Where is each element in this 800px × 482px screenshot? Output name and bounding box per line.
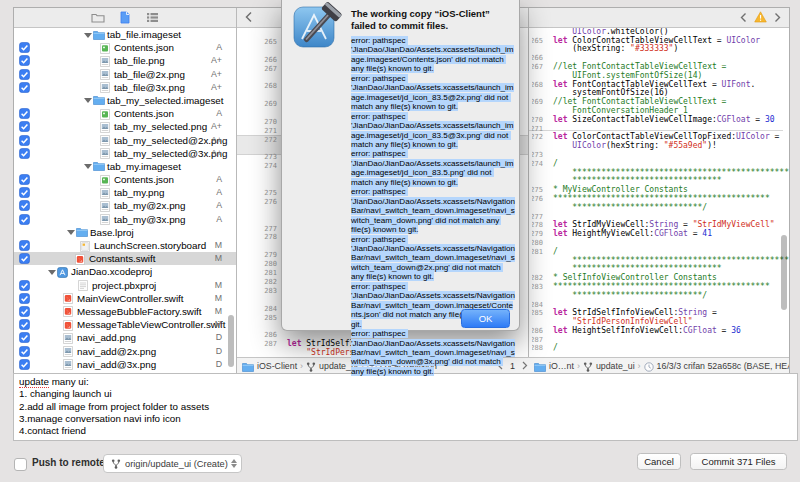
code-line: ***************************/ (529, 204, 789, 213)
file-row[interactable]: navi_add@3x.pngD (14, 358, 236, 371)
file-checkbox[interactable] (19, 214, 30, 225)
list-view-icon[interactable] (145, 11, 159, 24)
png-file-icon (63, 333, 74, 343)
file-name: tab_my@2x.png (114, 199, 186, 212)
file-checkbox[interactable] (19, 306, 30, 317)
disclosure-triangle-icon[interactable] (84, 164, 92, 169)
file-row[interactable]: tab_my@3x.pngA (14, 213, 236, 226)
file-row[interactable]: Contents.jsonA (14, 41, 236, 54)
disclosure-triangle-icon[interactable] (48, 270, 56, 275)
code-line: 287 (529, 336, 789, 345)
code-line: ***************************/ (529, 292, 789, 301)
folder-row[interactable]: tab_my.imageset (14, 160, 236, 173)
file-tree[interactable]: tab_file.imagesetContents.jsonAtab_file.… (14, 28, 236, 374)
file-checkbox[interactable] (19, 359, 30, 370)
breadcrumb-item[interactable]: iO…nt (549, 361, 574, 371)
line-number: 279 (532, 230, 543, 239)
breadcrumb-separator: › (300, 361, 303, 371)
editor-scrollbar[interactable] (781, 235, 787, 310)
line-number: 287 (532, 336, 543, 345)
breadcrumb-item[interactable]: iOS-Client (257, 361, 297, 371)
folder-icon (534, 362, 546, 372)
line-number: 271 (532, 125, 543, 134)
line-number: 281 (532, 248, 543, 257)
folder-row[interactable]: tab_my_selected.imageset (14, 94, 236, 107)
disclosure-triangle-icon[interactable] (67, 230, 75, 235)
file-row[interactable]: navi_add@2x.pngD (14, 345, 236, 358)
file-row[interactable]: tab_my_selected.pngA+ (14, 120, 236, 133)
remote-branch-select[interactable]: origin/update_ui (Create) (103, 454, 242, 473)
pager-next-icon[interactable] (522, 361, 528, 372)
swift-file-icon (75, 254, 86, 264)
file-row[interactable]: tab_my_selected@2x.pngA+ (14, 134, 236, 147)
file-checkbox[interactable] (19, 135, 30, 146)
file-checkbox[interactable] (19, 280, 30, 291)
prev-issue-chevron-icon[interactable] (739, 9, 747, 27)
commit-files-button[interactable]: Commit 371 Files (690, 453, 787, 470)
file-checkbox[interactable] (19, 69, 30, 80)
ok-button[interactable]: OK (461, 309, 510, 328)
line-number: 282 (237, 278, 277, 287)
breadcrumb-item[interactable]: 16/3/3 crifan 52a658c (BASE, HEAD) (657, 361, 789, 371)
file-checkbox[interactable] (19, 293, 30, 304)
commit-message-input[interactable]: update many ui:1. changing launch ui2.ad… (13, 373, 798, 441)
file-checkbox[interactable] (19, 174, 30, 185)
file-checkbox[interactable] (19, 187, 30, 198)
disclosure-triangle-icon[interactable] (84, 33, 92, 38)
file-checkbox[interactable] (19, 332, 30, 343)
file-checkbox[interactable] (19, 346, 30, 357)
push-to-remote-checkbox[interactable] (14, 458, 27, 471)
file-checkbox[interactable] (19, 319, 30, 330)
file-checkbox[interactable] (19, 253, 30, 264)
file-row[interactable]: project.pbxprojM (14, 279, 236, 292)
file-checkbox[interactable] (19, 121, 30, 132)
file-checkbox[interactable] (19, 55, 30, 66)
folder-row[interactable]: Base.lproj (14, 226, 236, 239)
file-row[interactable]: MainViewController.swiftM (14, 292, 236, 305)
file-row[interactable]: tab_my.pngA (14, 186, 236, 199)
disclosure-triangle-icon[interactable] (84, 98, 92, 103)
file-status-badge: A (216, 199, 222, 212)
file-checkbox[interactable] (19, 200, 30, 211)
folder-row[interactable]: tab_file.imageset (14, 28, 236, 41)
file-checkbox[interactable] (19, 108, 30, 119)
json-file-icon (100, 175, 111, 185)
file-row[interactable]: tab_file@2x.pngA+ (14, 68, 236, 81)
file-row[interactable]: Contents.jsonA (14, 107, 236, 120)
file-row[interactable]: tab_file.pngA+ (14, 54, 236, 67)
folder-view-icon[interactable] (91, 11, 105, 24)
file-row[interactable]: navi_add.pngD (14, 331, 236, 344)
back-chevron-icon[interactable] (244, 9, 253, 27)
file-view-icon[interactable] (118, 11, 132, 24)
file-row[interactable]: Constants.swiftM (14, 252, 236, 265)
file-status-badge: A (216, 173, 222, 186)
editor-base-revision[interactable]: 264let ColorContactTableViewCellBackgrou… (529, 8, 789, 358)
sidebar-scrollbar[interactable] (228, 315, 234, 367)
warning-icon[interactable] (754, 9, 767, 27)
file-row[interactable]: Contents.jsonA (14, 173, 236, 186)
file-row[interactable]: LaunchScreen.storyboardM (14, 239, 236, 252)
file-row[interactable]: MessageTableViewController.swiftM (14, 318, 236, 331)
file-checkbox[interactable] (19, 42, 30, 53)
file-name: navi_add@3x.png (77, 358, 156, 371)
file-name: tab_my.imageset (107, 160, 181, 173)
file-row[interactable]: tab_my_selected@3x.pngA+ (14, 147, 236, 160)
folder-file-icon (93, 161, 104, 171)
code-area-base[interactable]: 264let ColorContactTableViewCellBackgrou… (529, 23, 789, 358)
file-checkbox[interactable] (19, 240, 30, 251)
line-number: 272 (532, 133, 543, 142)
file-row[interactable]: MessageBubbleFactory.swiftM (14, 305, 236, 318)
folder-row[interactable]: JianDao.xcodeproj (14, 265, 236, 278)
file-status-badge: M (215, 292, 222, 305)
file-checkbox[interactable] (19, 148, 30, 159)
file-row[interactable]: tab_my@2x.pngA (14, 199, 236, 212)
png-file-icon (100, 148, 111, 158)
file-checkbox[interactable] (19, 82, 30, 93)
jumpbar-base[interactable]: iO…nt›update_ui›16/3/3 crifan 52a658c (B… (529, 357, 789, 374)
cancel-button[interactable]: Cancel (637, 453, 681, 470)
next-issue-chevron-icon[interactable] (774, 9, 782, 27)
breadcrumb-item[interactable]: update_ui (596, 361, 635, 371)
commit-message-line: 1. changing launch ui (19, 388, 792, 400)
file-row[interactable]: tab_file@3x.pngA+ (14, 81, 236, 94)
file-name: Contents.json (114, 173, 174, 186)
